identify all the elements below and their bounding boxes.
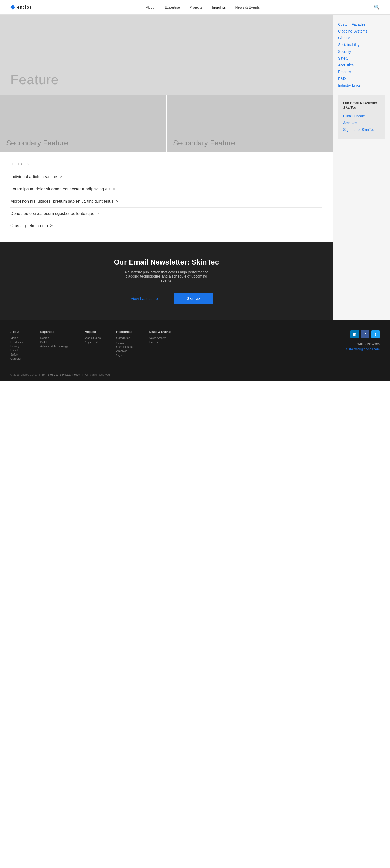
- nav-about[interactable]: About: [146, 5, 156, 9]
- sidebar-link-security[interactable]: Security: [338, 50, 385, 54]
- secondary-features: Secondary Feature Secondary Feature: [0, 95, 333, 152]
- footer-col-expertise: Expertise Design Build Advanced Technolo…: [40, 330, 68, 361]
- secondary-feature-1[interactable]: Secondary Feature: [0, 95, 167, 152]
- sidebar-link-safety[interactable]: Safety: [338, 56, 385, 60]
- secondary-feature-1-title: Secondary Feature: [6, 139, 68, 147]
- article-item[interactable]: Donec eu orci ac ipsum egestas pellentes…: [10, 208, 322, 220]
- footer-news-archive[interactable]: News Archive: [149, 336, 171, 339]
- footer-projects-case[interactable]: Case Studies: [84, 336, 101, 339]
- footer-copyright: © 2019 Enclos Corp.: [10, 373, 37, 376]
- page-wrapper: Feature Secondary Feature Secondary Feat…: [0, 14, 390, 320]
- article-link-4[interactable]: Donec eu orci ac ipsum egestas pellentes…: [10, 211, 99, 216]
- footer-projects-list[interactable]: Project List: [84, 340, 101, 344]
- footer-col-resources-heading: Resources: [116, 330, 133, 334]
- sidebar: Custom Facades Cladding Systems Glazing …: [333, 14, 390, 320]
- footer-rights: All Rights Reserved.: [85, 373, 111, 376]
- footer-about-location[interactable]: Location: [10, 349, 25, 352]
- newsletter-name-bold: SkinTec: [192, 258, 219, 266]
- footer-col-news-heading: News & Events: [149, 330, 171, 334]
- footer-email[interactable]: curtainwall@enclos.com: [346, 347, 380, 351]
- footer-resources-sublabel: SkinTec:: [116, 342, 127, 345]
- main-content: Feature Secondary Feature Secondary Feat…: [0, 14, 333, 320]
- article-link-3[interactable]: Morbi non nisl ultrices, pretium sapien …: [10, 199, 118, 204]
- footer-col-about: About Vision Leadership History Location…: [10, 330, 25, 361]
- sidebar-link-process[interactable]: Process: [338, 70, 385, 74]
- footer-phone: 1-888-234-2966: [346, 343, 380, 346]
- sidebar-newsletter-label: Our Email Newsletter:: [343, 101, 378, 105]
- footer-resources-current[interactable]: Current Issue: [116, 345, 133, 348]
- secondary-feature-2-title: Secondary Feature: [173, 139, 235, 147]
- sidebar-nl-archives[interactable]: Archives: [343, 121, 380, 125]
- footer-about-safety[interactable]: Safety: [10, 353, 25, 356]
- footer-col-news: News & Events News Archive Events: [149, 330, 171, 361]
- sidebar-newsletter-name: SkinTec: [343, 105, 356, 110]
- sidebar-link-industry[interactable]: Industry Links: [338, 83, 385, 87]
- nav-insights[interactable]: Insights: [212, 5, 226, 9]
- hero-title: Feature: [10, 72, 59, 87]
- footer-about-history[interactable]: History: [10, 345, 25, 348]
- sidebar-link-rd[interactable]: R&D: [338, 76, 385, 81]
- article-item[interactable]: Lorem ipsum dolor sit amet, consectetur …: [10, 183, 322, 195]
- footer-top: About Vision Leadership History Location…: [10, 330, 380, 361]
- view-last-issue-button[interactable]: View Last Issue: [120, 293, 168, 304]
- sidebar-link-glazing[interactable]: Glazing: [338, 36, 385, 40]
- sidebar-newsletter: Our Email Newsletter: SkinTec Current Is…: [338, 95, 385, 140]
- linkedin-icon[interactable]: in: [351, 330, 359, 338]
- footer: About Vision Leadership History Location…: [0, 320, 390, 381]
- footer-about-careers[interactable]: Careers: [10, 357, 25, 360]
- navbar: enclos About Expertise Projects Insights…: [0, 0, 390, 14]
- search-icon[interactable]: 🔍: [374, 4, 380, 10]
- article-item[interactable]: Individual article headline. >: [10, 171, 322, 183]
- sidebar-link-acoustics[interactable]: Acoustics: [338, 63, 385, 67]
- logo-icon: [10, 5, 15, 10]
- logo-text: enclos: [17, 5, 32, 10]
- secondary-feature-2[interactable]: Secondary Feature: [167, 95, 333, 152]
- article-item[interactable]: Cras at pretium odio. >: [10, 220, 322, 232]
- twitter-icon[interactable]: t: [371, 330, 380, 338]
- signup-button[interactable]: Sign up: [174, 293, 213, 304]
- article-link-2[interactable]: Lorem ipsum dolor sit amet, consectetur …: [10, 187, 115, 191]
- nav-projects[interactable]: Projects: [189, 5, 202, 9]
- footer-resources-categories[interactable]: Categories: [116, 336, 133, 339]
- nav-expertise[interactable]: Expertise: [165, 5, 180, 9]
- article-item[interactable]: Morbi non nisl ultrices, pretium sapien …: [10, 195, 322, 208]
- footer-resources-archives[interactable]: Archives: [116, 349, 133, 352]
- footer-about-leadership[interactable]: Leadership: [10, 340, 25, 344]
- sidebar-link-custom-facades[interactable]: Custom Facades: [338, 22, 385, 27]
- footer-resources-signup[interactable]: Sign up: [116, 353, 133, 356]
- footer-col-about-heading: About: [10, 330, 25, 334]
- nav-links: About Expertise Projects Insights News &…: [146, 5, 260, 9]
- footer-col-expertise-heading: Expertise: [40, 330, 68, 334]
- newsletter-description: A quarterly publication that covers high…: [120, 270, 213, 282]
- newsletter-heading: Our Email Newsletter: SkinTec: [10, 258, 322, 266]
- footer-col-projects: Projects Case Studies Project List: [84, 330, 101, 361]
- footer-contact: 1-888-234-2966 curtainwall@enclos.com: [346, 343, 380, 351]
- footer-expertise-advanced[interactable]: Advanced Technology: [40, 345, 68, 348]
- footer-expertise-build[interactable]: Build: [40, 340, 68, 344]
- article-link-5[interactable]: Cras at pretium odio. >: [10, 223, 53, 228]
- footer-privacy-link[interactable]: Terms of Use & Privacy Policy: [42, 373, 80, 376]
- footer-about-vision[interactable]: Vision: [10, 336, 25, 339]
- nav-news-events[interactable]: News & Events: [235, 5, 260, 9]
- footer-news-events[interactable]: Events: [149, 340, 171, 344]
- logo[interactable]: enclos: [10, 5, 32, 10]
- newsletter-section: Our Email Newsletter: SkinTec A quarterl…: [0, 242, 333, 320]
- sidebar-nl-signup[interactable]: Sign up for SkinTec: [343, 127, 380, 132]
- facebook-icon[interactable]: f: [361, 330, 369, 338]
- sidebar-newsletter-links: Current Issue Archives Sign up for SkinT…: [343, 114, 380, 132]
- sidebar-link-cladding[interactable]: Cladding Systems: [338, 29, 385, 33]
- newsletter-buttons: View Last Issue Sign up: [10, 293, 322, 304]
- footer-col-resources: Resources Categories SkinTec: Current Is…: [116, 330, 133, 361]
- sidebar-nl-current[interactable]: Current Issue: [343, 114, 380, 118]
- sidebar-expertise-links: Custom Facades Cladding Systems Glazing …: [338, 22, 385, 87]
- social-icons: in f t: [346, 330, 380, 338]
- footer-col-projects-heading: Projects: [84, 330, 101, 334]
- latest-section: THE LATEST: Individual article headline.…: [0, 152, 333, 242]
- article-link-1[interactable]: Individual article headline. >: [10, 175, 62, 179]
- footer-right: in f t 1-888-234-2966 curtainwall@enclos…: [346, 330, 380, 361]
- latest-label: THE LATEST:: [10, 163, 322, 166]
- sidebar-link-sustainability[interactable]: Sustainability: [338, 43, 385, 47]
- hero-banner: Feature: [0, 14, 333, 95]
- footer-expertise-design[interactable]: Design: [40, 336, 68, 339]
- footer-bottom: © 2019 Enclos Corp. | Terms of Use & Pri…: [10, 369, 380, 376]
